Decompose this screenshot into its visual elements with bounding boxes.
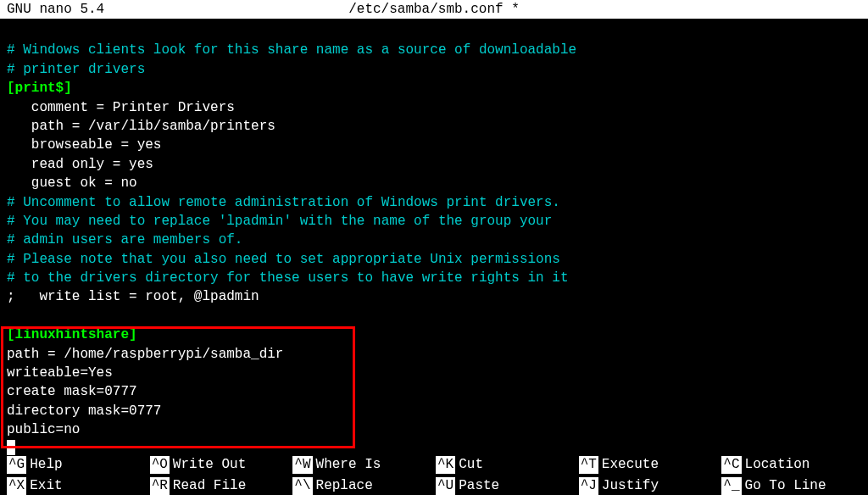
- editor-line: path = /home/raspberrypi/samba_dir: [7, 345, 861, 364]
- editor-line: browseable = yes: [7, 136, 861, 154]
- help-key: ^W: [292, 456, 312, 474]
- editor-line: public=no: [7, 420, 861, 439]
- help-key: ^J: [579, 477, 598, 495]
- editor-line: ; write list = root, @lpadmin: [7, 287, 861, 306]
- editor-line: create mask=0777: [7, 382, 861, 401]
- help-item: ^WWhere Is: [292, 456, 432, 474]
- help-label: Write Out: [173, 456, 246, 474]
- editor-line: # admin users are members of.: [7, 231, 861, 249]
- app-name: GNU nano 5.4: [7, 2, 104, 17]
- editor-line: guest ok = no: [7, 174, 861, 192]
- editor-line: [linuxhintshare]: [7, 325, 861, 344]
- editor-line: # Uncomment to allow remote administrati…: [7, 193, 861, 212]
- editor-line: [7, 22, 861, 41]
- editor-line: [print$]: [7, 79, 861, 97]
- help-item: ^JJustify: [579, 477, 719, 495]
- help-key: ^G: [7, 456, 26, 474]
- cursor: [7, 440, 15, 455]
- help-label: Cut: [459, 456, 483, 474]
- help-item: ^XExit: [7, 477, 147, 495]
- help-label: Replace: [316, 477, 373, 495]
- editor-line: path = /var/lib/samba/printers: [7, 117, 861, 136]
- help-item: ^RRead File: [150, 477, 290, 495]
- help-item: ^KCut: [436, 456, 576, 474]
- help-label: Go To Line: [745, 477, 826, 495]
- help-label: Execute: [602, 456, 659, 474]
- editor-line: # to the drivers directory for these use…: [7, 269, 861, 287]
- help-bar: ^GHelp^OWrite Out^WWhere Is^KCut^TExecut…: [0, 456, 868, 495]
- help-item: ^TExecute: [579, 456, 719, 474]
- help-item: ^_Go To Line: [721, 477, 861, 495]
- help-key: ^O: [150, 456, 170, 474]
- editor-line: comment = Printer Drivers: [7, 98, 861, 117]
- editor-line: writeable=Yes: [7, 364, 861, 382]
- editor-line: read only = yes: [7, 155, 861, 174]
- help-label: Paste: [459, 477, 499, 495]
- editor-line: [7, 307, 861, 325]
- help-key: ^\: [292, 477, 312, 495]
- help-key: ^X: [7, 477, 26, 495]
- help-key: ^T: [579, 456, 598, 474]
- editor-line: # Please note that you also need to set …: [7, 250, 861, 269]
- help-key: ^U: [436, 477, 455, 495]
- help-item: ^\Replace: [292, 477, 432, 495]
- editor-content[interactable]: # Windows clients look for this share na…: [0, 19, 868, 464]
- editor-line: # You may need to replace 'lpadmin' with…: [7, 212, 861, 231]
- help-item: ^OWrite Out: [150, 456, 290, 474]
- help-key: ^_: [721, 477, 741, 495]
- help-key: ^R: [150, 477, 170, 495]
- help-item: ^UPaste: [436, 477, 576, 495]
- file-path: /etc/samba/smb.conf *: [348, 2, 520, 17]
- titlebar: GNU nano 5.4 /etc/samba/smb.conf *: [0, 0, 868, 19]
- help-label: Help: [30, 456, 62, 474]
- help-label: Exit: [30, 477, 62, 495]
- help-label: Justify: [602, 477, 659, 495]
- editor-line: directory mask=0777: [7, 402, 861, 420]
- help-item: ^CLocation: [721, 456, 861, 474]
- help-label: Location: [745, 456, 810, 474]
- help-key: ^K: [436, 456, 455, 474]
- help-key: ^C: [721, 456, 741, 474]
- editor-line: # printer drivers: [7, 60, 861, 79]
- help-item: ^GHelp: [7, 456, 147, 474]
- editor-line: # Windows clients look for this share na…: [7, 41, 861, 59]
- help-label: Where Is: [316, 456, 381, 474]
- help-label: Read File: [173, 477, 246, 495]
